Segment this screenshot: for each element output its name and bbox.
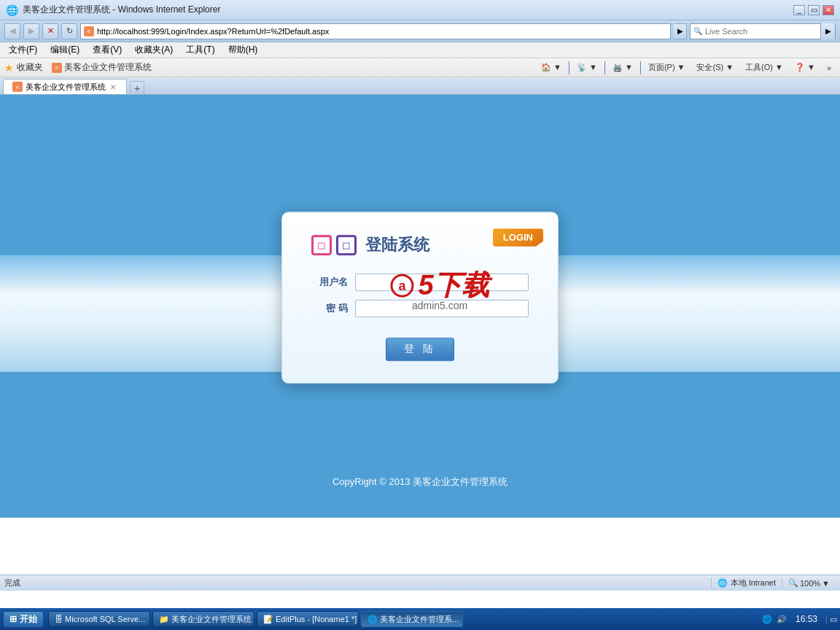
network-icon: 🌐	[762, 615, 772, 624]
zoom-icon: 🔍	[788, 578, 798, 588]
menu-bar: 文件(F) 编辑(E) 查看(V) 收藏夹(A) 工具(T) 帮助(H)	[0, 42, 840, 58]
back-button[interactable]: ◀	[4, 23, 20, 39]
security-button[interactable]: 安全(S) ▼	[692, 61, 738, 74]
menu-favorites[interactable]: 收藏夹(A)	[129, 42, 179, 58]
taskbar-item-1[interactable]: 📁 美客企业文件管理系统	[152, 611, 254, 627]
taskbar-item-icon-0: 🗄	[55, 615, 63, 623]
go-button[interactable]: ▶	[674, 23, 687, 39]
menu-view[interactable]: 查看(V)	[87, 42, 128, 58]
taskbar-item-2[interactable]: 📝 EditPlus - [Noname1 *]	[257, 611, 359, 627]
clock: 16:53	[791, 614, 822, 624]
zoom-dropdown-icon[interactable]: ▼	[822, 579, 830, 588]
login-form: 用户名 密 码 a 5下载 admin5.com 登 陆	[311, 273, 529, 361]
fav-item-icon: e	[52, 63, 62, 73]
menu-edit[interactable]: 编辑(E)	[44, 42, 85, 58]
logo-box-purple: ◻	[336, 235, 357, 255]
username-row: 用户名	[311, 273, 529, 291]
start-button[interactable]: ⊞ 开始	[3, 611, 44, 628]
bg-bottom	[0, 372, 840, 518]
tab-icon: e	[12, 82, 23, 92]
close-button[interactable]: ✕	[822, 5, 834, 15]
rss-button[interactable]: 📡 ▼	[572, 61, 602, 74]
username-label: 用户名	[311, 276, 348, 289]
page-button[interactable]: 页面(P) ▼	[644, 61, 690, 74]
window-controls[interactable]: _ ▭ ✕	[793, 5, 834, 15]
tab-close-button[interactable]: ✕	[109, 82, 117, 91]
password-row: 密 码	[311, 300, 529, 317]
window-title: 美客企业文件管理系统 - Windows Internet Explorer	[23, 4, 220, 16]
taskbar-right: 🌐 🔊 16:53 ▭	[762, 614, 837, 624]
logo-box-pink: ◻	[311, 235, 332, 255]
zoom-section: 🔍 100% ▼	[782, 578, 836, 588]
zone-text: 本地 Intranet	[731, 578, 776, 588]
search-input[interactable]	[705, 27, 820, 36]
zone-section: 🌐 本地 Intranet	[711, 578, 782, 588]
help-button[interactable]: ❓ ▼	[790, 61, 820, 74]
login-logo: ◻ ◻	[311, 235, 357, 255]
taskbar-items: 🗄 Microsoft SQL Serve... 📁 美客企业文件管理系统 📝 …	[45, 611, 761, 627]
new-tab-button[interactable]: +	[130, 81, 144, 94]
browser-tab[interactable]: e 美客企业文件管理系统 ✕	[3, 79, 127, 94]
favorites-label: ★ 收藏夹	[4, 61, 43, 74]
tab-bar: e 美客企业文件管理系统 ✕ +	[0, 77, 840, 95]
restore-button[interactable]: ▭	[808, 5, 820, 15]
search-area[interactable]: 🔍 ▶	[690, 23, 836, 39]
address-bar: ◀ ▶ ✕ ↻ e http://localhost:999/Login/Ind…	[0, 20, 840, 42]
show-desktop-icon[interactable]: ▭	[826, 615, 837, 624]
login-header: ◻ ◻ 登陆系统 LOGIN	[311, 234, 529, 256]
copyright: CopyRight © 2013 美客企业文件管理系统	[332, 475, 508, 489]
login-card: ◻ ◻ 登陆系统 LOGIN 用户名 密 码 a 5下	[281, 211, 559, 384]
globe-icon: 🌐	[718, 578, 728, 588]
search-icon: 🔍	[691, 27, 705, 35]
menu-tools[interactable]: 工具(T)	[180, 42, 220, 58]
password-label: 密 码	[311, 302, 348, 315]
favorites-bar: ★ 收藏夹 e 美客企业文件管理系统 🏠 ▼ 📡 ▼ 🖨️ ▼ 页面(P) ▼ …	[0, 58, 840, 77]
taskbar-item-icon-2: 📝	[263, 615, 273, 624]
tools-button[interactable]: 工具(O) ▼	[741, 61, 788, 74]
toolbar-right: 🏠 ▼ 📡 ▼ 🖨️ ▼ 页面(P) ▼ 安全(S) ▼ 工具(O) ▼ ❓ ▼…	[537, 61, 836, 74]
login-badge: LOGIN	[493, 228, 543, 246]
ie-logo: 🌐	[6, 4, 18, 16]
taskbar-item-icon-3: 🌐	[368, 615, 378, 624]
favorites-item-0[interactable]: e 美客企业文件管理系统	[49, 60, 155, 75]
taskbar-item-0[interactable]: 🗄 Microsoft SQL Serve...	[48, 611, 150, 627]
home-button[interactable]: 🏠 ▼	[537, 61, 566, 74]
print-button[interactable]: 🖨️ ▼	[608, 61, 637, 74]
stop-button[interactable]: ✕	[42, 23, 58, 39]
page-icon: e	[84, 26, 94, 36]
expand-button[interactable]: »	[822, 62, 836, 74]
menu-file[interactable]: 文件(F)	[3, 42, 43, 58]
login-title: 登陆系统	[365, 234, 429, 256]
search-go-button[interactable]: ▶	[820, 23, 835, 39]
start-icon: ⊞	[9, 614, 17, 624]
status-bar: 完成 🌐 本地 Intranet 🔍 100% ▼	[0, 575, 840, 591]
status-text: 完成	[4, 578, 20, 588]
menu-help[interactable]: 帮助(H)	[222, 42, 264, 58]
start-label: 开始	[20, 613, 37, 626]
taskbar-item-3[interactable]: 🌐 美客企业文件管理系...	[361, 611, 463, 627]
address-text: http://localhost:999/Login/Index.aspx?Re…	[97, 27, 667, 36]
star-icon: ★	[4, 62, 14, 74]
login-button[interactable]: 登 陆	[386, 338, 454, 361]
password-input[interactable]	[355, 300, 529, 317]
username-input[interactable]	[355, 273, 529, 291]
content-area: ◻ ◻ 登陆系统 LOGIN 用户名 密 码 a 5下	[0, 95, 840, 518]
minimize-button[interactable]: _	[793, 5, 805, 15]
zoom-text: 100%	[800, 579, 820, 588]
refresh-button[interactable]: ↻	[61, 23, 77, 39]
forward-button[interactable]: ▶	[23, 23, 39, 39]
taskbar: ⊞ 开始 🗄 Microsoft SQL Serve... 📁 美客企业文件管理…	[0, 608, 840, 630]
address-field: e http://localhost:999/Login/Index.aspx?…	[80, 23, 671, 39]
taskbar-item-icon-1: 📁	[159, 615, 169, 624]
title-bar: 🌐 美客企业文件管理系统 - Windows Internet Explorer…	[0, 0, 840, 20]
speaker-icon: 🔊	[777, 615, 787, 624]
